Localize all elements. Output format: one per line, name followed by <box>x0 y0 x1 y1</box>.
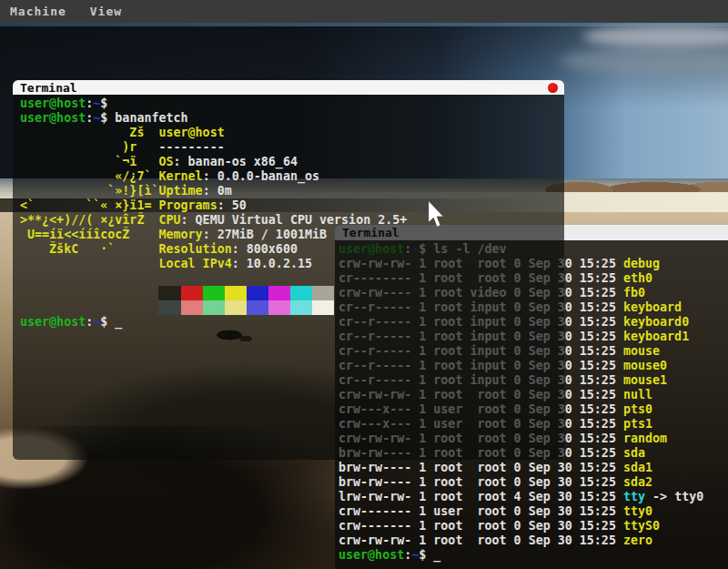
text-segment: user@host <box>20 315 86 329</box>
text-segment: U==íï<<ííîcocŽ <box>20 228 158 241</box>
palette-block <box>181 286 203 300</box>
palette-block <box>268 300 290 315</box>
text-segment: Memory <box>158 228 202 241</box>
palette-block <box>203 286 225 300</box>
terminal-line: crw------- 1 root root 0 Sep 30 15:25 tt… <box>339 519 728 533</box>
text-segment: : 27MiB / 1001MiB <box>203 228 327 241</box>
menu-view[interactable]: View <box>90 5 122 18</box>
text-segment: keyboard1 <box>623 330 689 343</box>
text-segment: zero <box>623 533 652 547</box>
terminal-line <box>20 300 561 315</box>
terminal1-title: Terminal <box>20 80 77 96</box>
terminal-line: «/¿7` Kernel: 0.0.0-banan_os <box>20 169 561 184</box>
text-segment: )r <box>20 140 158 154</box>
terminal-window-bananfetch[interactable]: Terminal user@host:~$user@host:~$ bananf… <box>13 80 564 460</box>
text-segment: mouse0 <box>623 359 667 372</box>
desktop: Machine View Terminal user@host:~$ ls -l… <box>0 0 728 569</box>
text-segment: Uptime <box>158 184 202 198</box>
text-segment: tty0 <box>623 504 652 518</box>
text-segment: <` ``« ×}ï1= <box>20 198 158 212</box>
text-segment: keyboard0 <box>623 315 689 329</box>
text-segment: : 50 <box>217 198 247 212</box>
text-segment: mouse <box>623 344 660 358</box>
terminal1-title-bar[interactable]: Terminal <box>13 80 564 95</box>
text-segment: --------- <box>158 140 224 154</box>
palette-block <box>158 300 180 315</box>
vm-menubar: Machine View <box>0 0 728 23</box>
text-segment: keyboard <box>623 300 682 314</box>
terminal-line <box>20 286 561 300</box>
text-segment: brw-rw---- 1 root root 0 Sep 30 15:25 <box>339 475 623 489</box>
text-segment: eth0 <box>623 271 652 285</box>
wallpaper-cloud <box>560 47 728 75</box>
text-segment: $ <box>100 315 115 329</box>
text-segment: _ <box>433 548 440 562</box>
text-segment: Kernel <box>158 169 202 183</box>
text-segment: OS <box>158 155 173 168</box>
palette-block <box>247 300 268 315</box>
text-segment: crw-rw-rw- 1 root root 0 Sep 30 15:25 <box>339 533 623 547</box>
text-segment: bananfetch <box>115 111 187 125</box>
text-segment: random <box>623 432 667 445</box>
text-segment: $ <box>100 97 107 110</box>
palette-block <box>290 286 312 300</box>
terminal-line: brw-rw---- 1 root root 0 Sep 30 15:25 sd… <box>339 461 728 475</box>
text-segment: Zš <box>20 126 158 139</box>
text-segment: pts0 <box>623 402 652 416</box>
text-segment: $ <box>100 111 115 125</box>
text-segment: -> tty0 <box>645 490 703 503</box>
text-segment: crw------- 1 user root 0 Sep 30 15:25 <box>339 504 623 518</box>
terminal-line: `»!}[ì`Uptime: 0m <box>20 184 561 198</box>
text-segment: user@host <box>339 548 404 562</box>
text-segment: : 10.0.2.15 <box>232 257 312 270</box>
text-segment: `»!}[ì` <box>20 184 158 198</box>
text-segment: CPU <box>158 213 180 227</box>
palette-block <box>225 286 247 300</box>
text-segment: ŽškC ·` <box>20 242 158 256</box>
wallpaper-dune-ridge <box>546 175 728 193</box>
terminal1-content[interactable]: user@host:~$user@host:~$ bananfetch Zš u… <box>13 95 564 460</box>
terminal-line: >**¿<+)//( ×¿vîrŽ CPU: QEMU Virtual CPU … <box>20 213 561 228</box>
terminal-line: Zš user@host <box>20 126 561 140</box>
terminal-line: user@host:~$ _ <box>20 315 561 330</box>
palette-block <box>158 286 180 300</box>
terminal-line: user@host:~$ <box>20 97 561 111</box>
palette-block <box>203 300 225 315</box>
text-segment: brw-rw---- 1 root root 0 Sep 30 15:25 <box>339 461 623 474</box>
terminal-line: <` ``« ×}ï1= Programs: 50 <box>20 198 561 213</box>
text-segment: fb0 <box>623 286 645 300</box>
palette-block <box>225 300 247 315</box>
text-segment: `¬ï <box>20 155 158 168</box>
text-segment: debug <box>623 257 660 270</box>
palette-block <box>181 300 203 315</box>
text-segment: Local IPv4 <box>158 257 231 270</box>
terminal-line: user@host:~$ bananfetch <box>20 111 561 126</box>
text-segment: : 0m <box>203 184 232 198</box>
text-segment: >**¿<+)//( ×¿vîrŽ <box>20 213 158 227</box>
terminal-line: Local IPv4: 10.0.2.15 <box>20 257 561 271</box>
terminal-line: crw-rw-rw- 1 root root 0 Sep 30 15:25 ze… <box>339 533 728 548</box>
text-segment: crw------- 1 root root 0 Sep 30 15:25 <box>339 519 623 533</box>
close-icon[interactable] <box>548 83 558 93</box>
menu-machine[interactable]: Machine <box>10 5 66 18</box>
text-segment: user@host <box>158 126 224 139</box>
text-segment: lrw-rw-rw- 1 root root 4 Sep 30 15:25 <box>339 490 623 503</box>
text-segment: sda2 <box>623 475 652 489</box>
palette-block <box>312 286 334 300</box>
palette-block <box>247 286 268 300</box>
terminal-line <box>20 271 561 286</box>
palette-block <box>290 300 312 315</box>
text-segment: null <box>623 388 652 401</box>
text-segment: Programs <box>158 198 217 212</box>
terminal-line: U==íï<<ííîcocŽ Memory: 27MiB / 1001MiB <box>20 228 561 242</box>
terminal-line: )r --------- <box>20 140 561 155</box>
text-segment: «/¿7` <box>20 169 158 183</box>
mouse-cursor-icon <box>428 201 446 229</box>
text-segment: : 0.0.0-banan_os <box>203 169 319 183</box>
terminal-line: user@host:~$ _ <box>339 548 728 563</box>
wallpaper-horizon-glow <box>0 23 728 26</box>
palette-block <box>268 286 290 300</box>
text-segment: : banan-os x86_64 <box>174 155 298 168</box>
text-segment: : QEMU Virtual CPU version 2.5+ <box>181 213 408 227</box>
text-segment: ttyS0 <box>623 519 660 533</box>
